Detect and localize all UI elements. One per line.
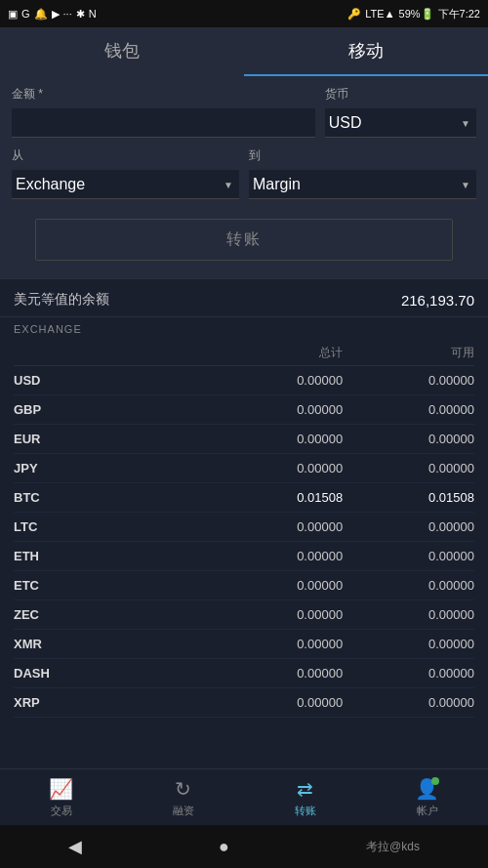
fund-icon: ↻ xyxy=(175,777,191,801)
row-currency-dash: DASH xyxy=(14,666,211,681)
row-currency-jpy: JPY xyxy=(14,461,211,475)
nav-item-transfer[interactable]: ⇄ 转账 xyxy=(244,777,366,818)
status-icon-g: G xyxy=(21,8,30,20)
row-total-xrp: 0.00000 xyxy=(211,695,343,710)
table-section: EXCHANGE 总计 可用 USD0.000000.00000GBP0.000… xyxy=(0,317,488,787)
row-avail-ltc: 0.00000 xyxy=(343,519,474,534)
row-currency-etc: ETC xyxy=(14,578,211,593)
amount-input[interactable] xyxy=(12,108,315,138)
table-row: EUR0.000000.00000 xyxy=(14,425,474,454)
row-currency-eth: ETH xyxy=(14,549,211,563)
row-total-dash: 0.00000 xyxy=(211,666,343,681)
nav-label-account: 帐户 xyxy=(417,804,438,818)
header-available: 可用 xyxy=(343,345,474,361)
row-currency-usd: USD xyxy=(14,373,211,388)
nav-label-fund: 融资 xyxy=(173,804,194,818)
table-row: ETH0.000000.00000 xyxy=(14,542,474,571)
balance-section: 美元等值的余额 216,193.70 xyxy=(0,279,488,316)
nav-item-trade[interactable]: 📈 交易 xyxy=(0,777,122,818)
from-select-wrapper[interactable]: Exchange xyxy=(12,170,239,199)
brand-label: 考拉@kds xyxy=(366,839,420,855)
home-button[interactable]: ● xyxy=(219,837,229,857)
row-currency-gbp: GBP xyxy=(14,402,211,417)
status-icon-play: ▶ xyxy=(52,8,60,21)
to-select[interactable]: Margin xyxy=(249,170,476,199)
row-avail-jpy: 0.00000 xyxy=(343,461,474,475)
row-avail-zec: 0.00000 xyxy=(343,607,474,622)
row-avail-xrp: 0.00000 xyxy=(343,695,474,710)
currency-label: 货币 xyxy=(325,86,476,103)
row-avail-eth: 0.00000 xyxy=(343,549,474,563)
row-currency-eur: EUR xyxy=(14,432,211,446)
nav-label-trade: 交易 xyxy=(51,804,72,818)
status-bar: ▣ G 🔔 ▶ ··· ✱ N 🔑 LTE▲ 59%🔋 下午7:22 xyxy=(0,0,488,27)
currency-select-wrapper[interactable]: USD xyxy=(325,108,476,138)
table-row: ETC0.000000.00000 xyxy=(14,571,474,600)
row-total-ltc: 0.00000 xyxy=(211,519,343,534)
back-button[interactable]: ◀ xyxy=(68,836,82,857)
row-avail-gbp: 0.00000 xyxy=(343,402,474,417)
status-icon-bt: ✱ xyxy=(76,8,85,21)
row-avail-eur: 0.00000 xyxy=(343,432,474,446)
transfer-icon: ⇄ xyxy=(297,777,313,801)
row-total-jpy: 0.00000 xyxy=(211,461,343,475)
from-to-row: 从 Exchange 到 Margin xyxy=(12,147,476,199)
transfer-btn-row: 转账 xyxy=(12,209,476,267)
status-icon-key: 🔑 xyxy=(347,8,361,21)
from-label: 从 xyxy=(12,147,239,164)
row-currency-zec: ZEC xyxy=(14,607,211,622)
amount-label: 金额 * xyxy=(12,86,315,103)
amount-group: 金额 * xyxy=(12,86,315,138)
table-header: 总计 可用 xyxy=(14,337,474,366)
status-left: ▣ G 🔔 ▶ ··· ✱ N xyxy=(8,8,97,21)
row-currency-xmr: XMR xyxy=(14,637,211,651)
balance-row: 美元等值的余额 216,193.70 xyxy=(14,291,474,309)
table-row: USD0.000000.00000 xyxy=(14,366,474,395)
status-time: 下午7:22 xyxy=(438,7,480,21)
account-icon-wrap: 👤 xyxy=(415,777,439,801)
row-currency-btc: BTC xyxy=(14,490,211,505)
balance-label: 美元等值的余额 xyxy=(14,291,109,309)
to-group: 到 Margin xyxy=(249,147,476,199)
table-row: ZEC0.000000.00000 xyxy=(14,600,474,630)
nav-label-transfer: 转账 xyxy=(295,804,316,818)
account-badge xyxy=(431,777,439,785)
transfer-button[interactable]: 转账 xyxy=(35,219,453,261)
nav-item-account[interactable]: 👤 帐户 xyxy=(366,777,488,818)
tab-move[interactable]: 移动 xyxy=(244,27,488,76)
header-total: 总计 xyxy=(211,345,343,361)
row-avail-usd: 0.00000 xyxy=(343,373,474,388)
status-battery: 59%🔋 xyxy=(399,8,434,21)
row-avail-btc: 0.01508 xyxy=(343,490,474,505)
form-area: 金额 * 货币 USD 从 Exchange 到 xyxy=(0,76,488,278)
status-icon-menu: ▣ xyxy=(8,8,18,21)
from-group: 从 Exchange xyxy=(12,147,239,199)
to-select-wrapper[interactable]: Margin xyxy=(249,170,476,199)
to-label: 到 xyxy=(249,147,476,164)
tab-wallet[interactable]: 钱包 xyxy=(0,27,244,76)
row-currency-ltc: LTC xyxy=(14,519,211,534)
status-icon-nfc: N xyxy=(89,8,97,20)
table-row: XRP0.000000.00000 xyxy=(14,688,474,718)
row-total-zec: 0.00000 xyxy=(211,607,343,622)
header-name xyxy=(14,345,211,361)
amount-currency-row: 金额 * 货币 USD xyxy=(12,86,476,138)
table-rows-container: USD0.000000.00000GBP0.000000.00000EUR0.0… xyxy=(14,366,474,718)
row-total-eth: 0.00000 xyxy=(211,549,343,563)
nav-item-fund[interactable]: ↻ 融资 xyxy=(122,777,244,818)
table-row: JPY0.000000.00000 xyxy=(14,454,474,483)
top-tabs: 钱包 移动 xyxy=(0,27,488,76)
status-right: 🔑 LTE▲ 59%🔋 下午7:22 xyxy=(347,7,480,21)
status-lte: LTE▲ xyxy=(365,8,394,20)
from-select[interactable]: Exchange xyxy=(12,170,239,199)
row-total-xmr: 0.00000 xyxy=(211,637,343,651)
table-row: BTC0.015080.01508 xyxy=(14,483,474,513)
bottom-nav: 📈 交易 ↻ 融资 ⇄ 转账 👤 帐户 xyxy=(0,768,488,825)
currency-select[interactable]: USD xyxy=(325,108,476,138)
table-row: LTC0.000000.00000 xyxy=(14,513,474,542)
trade-icon: 📈 xyxy=(49,777,73,801)
status-icon-more: ··· xyxy=(63,8,72,20)
row-total-gbp: 0.00000 xyxy=(211,402,343,417)
row-avail-etc: 0.00000 xyxy=(343,578,474,593)
table-row: XMR0.000000.00000 xyxy=(14,630,474,659)
